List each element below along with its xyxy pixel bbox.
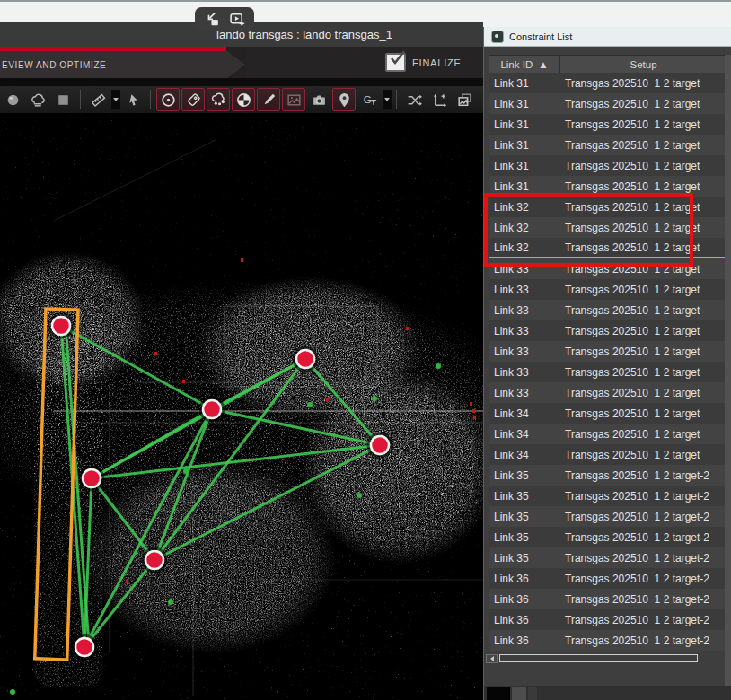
- scrollbar-thumb[interactable]: [499, 654, 698, 662]
- link-id-cell: Link 32: [489, 201, 559, 214]
- app-window: lando transgas : lando transgas_1 EVIEW …: [0, 0, 731, 700]
- constraint-list-titlebar[interactable]: Constraint List: [484, 27, 731, 47]
- constraint-row[interactable]: Link 33Transgas 202510 1 2 target: [489, 382, 727, 403]
- setup-cell: Transgas 202510 1 2 target: [559, 284, 727, 296]
- setup-cell: Transgas 202510 1 2 target: [559, 346, 727, 358]
- constraint-row[interactable]: Link 34Transgas 202510 1 2 target: [489, 403, 727, 424]
- setup-node[interactable]: [75, 638, 93, 656]
- constraint-row[interactable]: Link 31Transgas 202510 1 2 target: [489, 155, 727, 176]
- constraint-row[interactable]: Link 36Transgas 202510 1 2 target-2: [489, 568, 727, 589]
- constraint-row[interactable]: Link 32Transgas 202510 1 2 target: [489, 217, 727, 238]
- image-target-icon[interactable]: [282, 88, 305, 111]
- link-id-cell: Link 33: [489, 284, 559, 296]
- constraint-row[interactable]: Link 35Transgas 202510 1 2 target-2: [489, 506, 727, 527]
- column-header-link-id[interactable]: Link ID ▲: [489, 56, 560, 74]
- setup-cell: Transgas 202510 1 2 target: [559, 449, 727, 461]
- constraint-row[interactable]: Link 35Transgas 202510 1 2 target-2: [489, 465, 727, 486]
- measure-icon[interactable]: [86, 88, 110, 111]
- edit-pen-icon[interactable]: [257, 88, 280, 111]
- horizontal-scrollbar[interactable]: [486, 653, 710, 663]
- shrink-view-icon[interactable]: [204, 11, 221, 28]
- link-id-cell: Link 33: [489, 387, 559, 399]
- constraint-row[interactable]: Link 33Transgas 202510 1 2 target: [489, 300, 727, 320]
- link-id-cell: Link 31: [489, 98, 559, 110]
- constraint-row[interactable]: Link 31Transgas 202510 1 2 target: [489, 176, 727, 197]
- constraint-row[interactable]: Link 36Transgas 202510 1 2 target-2: [489, 630, 727, 651]
- target-icon[interactable]: [156, 88, 180, 111]
- setup-node[interactable]: [296, 350, 314, 368]
- constraint-row[interactable]: Link 35Transgas 202510 1 2 target-2: [489, 486, 727, 506]
- constraint-list-title: Constraint List: [509, 31, 572, 42]
- point-cloud-icon[interactable]: [26, 88, 49, 111]
- link-id-cell: Link 33: [489, 304, 559, 317]
- constraint-row[interactable]: Link 32Transgas 202510 1 2 target: [489, 238, 727, 258]
- setup-cell: Transgas 202510 1 2 target: [559, 98, 727, 110]
- axes-icon[interactable]: [427, 88, 451, 111]
- constraint-row[interactable]: Link 33Transgas 202510 1 2 target: [489, 279, 727, 300]
- setup-node[interactable]: [203, 400, 221, 418]
- scroll-left-icon: [490, 656, 494, 661]
- constraint-row[interactable]: Link 36Transgas 202510 1 2 target-2: [489, 589, 727, 609]
- constraint-row[interactable]: Link 33Transgas 202510 1 2 target: [489, 362, 727, 382]
- link-id-cell: Link 36: [489, 614, 559, 626]
- shuffle-icon[interactable]: [402, 88, 426, 111]
- constraint-row[interactable]: Link 36Transgas 202510 1 2 target-2: [489, 609, 727, 630]
- constraint-list-icon: [491, 31, 504, 43]
- setup-node[interactable]: [52, 317, 70, 335]
- tag-icon[interactable]: [181, 88, 205, 111]
- setup-node[interactable]: [83, 469, 101, 487]
- annotation-mark: [241, 258, 243, 262]
- floating-capture-toolbar[interactable]: [195, 7, 254, 31]
- constraint-row[interactable]: Link 33Transgas 202510 1 2 target: [489, 320, 727, 341]
- group-filter-icon[interactable]: G: [357, 88, 381, 111]
- bottom-strip-segment: [528, 687, 537, 700]
- constraint-row[interactable]: Link 32Transgas 202510 1 2 target: [489, 197, 727, 217]
- sphere-target-icon[interactable]: [232, 88, 255, 111]
- setup-node[interactable]: [371, 436, 389, 454]
- progress-accent-line: [0, 47, 226, 51]
- scroll-left-button[interactable]: [486, 654, 498, 663]
- setup-cell: Transgas 202510 1 2 target: [559, 366, 727, 379]
- cloud-target-icon[interactable]: [207, 88, 230, 111]
- constraint-row[interactable]: Link 34Transgas 202510 1 2 target: [489, 424, 727, 444]
- pick-cursor-icon[interactable]: [121, 88, 145, 111]
- point-cloud-viewport[interactable]: [0, 113, 483, 700]
- dropdown-caret-icon[interactable]: [111, 90, 120, 109]
- sphere-icon[interactable]: [1, 88, 24, 111]
- link-id-cell: Link 31: [489, 77, 559, 90]
- camera-icon[interactable]: [307, 88, 330, 111]
- link-id-cell: Link 35: [489, 531, 559, 544]
- toolbar-divider: [80, 90, 81, 109]
- location-pin-icon[interactable]: [332, 88, 356, 111]
- bottom-strip-block: [487, 687, 510, 700]
- link-id-cell: Link 33: [489, 346, 559, 358]
- minor-target-dot: [436, 363, 441, 369]
- constraint-row[interactable]: Link 33Transgas 202510 1 2 target: [489, 341, 727, 362]
- constraint-row[interactable]: Link 31Transgas 202510 1 2 target: [489, 114, 727, 135]
- tab-finalize[interactable]: FINALIZE: [246, 47, 483, 78]
- video-assist-icon[interactable]: [229, 11, 246, 28]
- setup-node[interactable]: [145, 551, 163, 569]
- constraint-row[interactable]: Link 35Transgas 202510 1 2 target-2: [489, 547, 727, 568]
- setup-cell: Transgas 202510 1 2 target-2: [559, 531, 727, 544]
- link-id-cell: Link 31: [489, 118, 559, 131]
- constraint-row[interactable]: Link 33Transgas 202510 1 2 target: [489, 258, 727, 279]
- constraint-rows: Link 31Transgas 202510 1 2 targetLink 31…: [489, 73, 727, 651]
- image-stack-icon[interactable]: [453, 88, 476, 111]
- annotation-mark: [126, 580, 128, 583]
- column-header-setup[interactable]: Setup: [560, 56, 727, 74]
- constraint-row[interactable]: Link 31Transgas 202510 1 2 target: [489, 93, 727, 114]
- tab-review-and-optimize[interactable]: EVIEW AND OPTIMIZE: [0, 51, 246, 78]
- constraint-row[interactable]: Link 34Transgas 202510 1 2 target: [489, 444, 727, 465]
- annotation-mark: [473, 416, 476, 419]
- setup-cell: Transgas 202510 1 2 target: [559, 387, 727, 399]
- constraint-row[interactable]: Link 31Transgas 202510 1 2 target: [489, 135, 727, 155]
- dropdown-caret-icon[interactable]: [383, 90, 392, 109]
- constraint-row[interactable]: Link 31Transgas 202510 1 2 target: [489, 73, 727, 93]
- square-select-icon[interactable]: [51, 88, 75, 111]
- link-id-cell: Link 36: [489, 573, 559, 585]
- vertical-scrollbar[interactable]: [725, 55, 731, 687]
- link-id-cell: Link 33: [489, 366, 559, 379]
- constraint-row[interactable]: Link 35Transgas 202510 1 2 target-2: [489, 527, 727, 547]
- top-bar: [0, 2, 731, 22]
